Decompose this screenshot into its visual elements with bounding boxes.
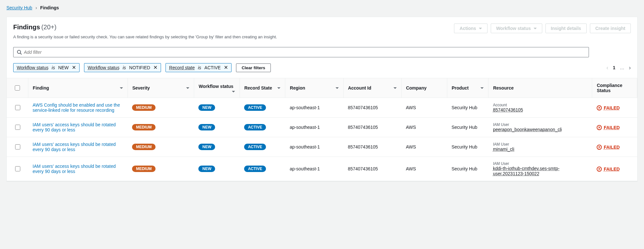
insight-details-button[interactable]: Insight details [545,24,587,33]
compliance-status[interactable]: ✕FAILED [597,145,620,150]
row-checkbox[interactable] [15,166,20,171]
col-product[interactable]: Product [447,78,488,98]
col-finding[interactable]: Finding [28,78,128,98]
chip-op: is [123,65,126,70]
filter-chip[interactable]: Record state is ACTIVE✕ [166,63,232,72]
resource-value[interactable]: 857407436105 [493,107,523,112]
finding-link[interactable]: AWS Config should be enabled and use the… [33,102,120,113]
sort-icon [277,87,280,89]
create-insight-button[interactable]: Create insight [590,24,631,33]
page-title: Findings [13,24,40,31]
region-cell: ap-southeast-1 [285,98,343,118]
fail-icon: ✕ [597,167,602,172]
chip-label: Workflow status [17,65,49,70]
filter-input-wrap[interactable] [13,47,589,57]
finding-link[interactable]: IAM users' access keys should be rotated… [33,142,116,152]
record-state-badge: ACTIVE [244,144,266,150]
fail-icon: ✕ [597,145,602,150]
company-cell: AWS [401,137,447,157]
clear-filters-button[interactable]: Clear filters [236,63,270,72]
chip-op: is [52,65,55,70]
record-state-badge: ACTIVE [244,104,266,111]
pager-page[interactable]: 1 [613,65,615,70]
breadcrumb-root[interactable]: Security Hub [6,5,32,10]
workflow-badge: NEW [198,166,215,172]
row-checkbox[interactable] [15,105,20,110]
product-cell: Security Hub [447,157,488,181]
actions-button[interactable]: Actions [454,24,487,33]
create-insight-button-label: Create insight [595,26,625,31]
col-resource[interactable]: Resource [488,78,592,98]
findings-count: (20+) [41,24,56,31]
resource-value[interactable]: minami_cli [493,147,514,152]
resource-value[interactable]: peerapon_boonkaweenapanon_cli [493,127,562,132]
row-checkbox[interactable] [15,144,20,149]
resource-value[interactable]: kddi-th-iothub-cmthdev.ses-smtp-user.202… [493,166,560,176]
pager: ‹ 1 … › [606,65,631,71]
resource-type: IAM User [493,142,588,147]
workflow-status-button[interactable]: Workflow status [491,24,542,33]
filter-chip[interactable]: Workflow status is NOTIFIED✕ [84,63,161,72]
finding-link[interactable]: IAM users' access keys should be rotated… [33,122,116,132]
compliance-status[interactable]: ✕FAILED [597,105,620,110]
caret-down-icon [479,28,482,29]
sort-icon [120,87,123,89]
resource-type: Account [493,103,588,107]
col-severity[interactable]: Severity [128,78,194,98]
sort-icon [186,87,189,89]
close-icon[interactable]: ✕ [224,65,228,70]
resource-cell: IAM Userpeerapon_boonkaweenapanon_cli [488,118,592,137]
product-cell: Security Hub [447,137,488,157]
severity-badge: MEDIUM [132,124,156,130]
col-record-state[interactable]: Record State [240,78,285,98]
workflow-badge: NEW [198,144,215,150]
workflow-status-button-label: Workflow status [496,26,531,31]
workflow-badge: NEW [198,124,215,130]
actions-button-label: Actions [459,26,476,31]
col-account-id[interactable]: Account Id [343,78,401,98]
resource-cell: Account857407436105 [488,98,592,118]
record-state-badge: ACTIVE [244,124,266,130]
filter-chip[interactable]: Workflow status is NEW✕ [13,63,80,72]
compliance-status[interactable]: ✕FAILED [597,167,620,172]
svg-point-0 [17,50,21,53]
chip-label: Record state [169,65,194,70]
col-workflow[interactable]: Workflow status [194,78,240,98]
record-state-badge: ACTIVE [244,166,266,172]
col-company[interactable]: Company [401,78,447,98]
region-cell: ap-southeast-1 [285,157,343,181]
chip-label: Workflow status [88,65,119,70]
select-all-checkbox[interactable] [15,85,20,91]
region-cell: ap-southeast-1 [285,137,343,157]
fail-icon: ✕ [597,105,602,110]
product-cell: Security Hub [447,98,488,118]
close-icon[interactable]: ✕ [72,65,76,70]
table-row: IAM users' access keys should be rotated… [7,137,637,157]
product-cell: Security Hub [447,118,488,137]
col-compliance[interactable]: Compliance Status [592,78,637,98]
filter-input[interactable] [23,49,585,55]
compliance-status[interactable]: ✕FAILED [597,125,620,130]
findings-panel: Findings (20+) Actions Workflow status I… [6,17,638,181]
finding-link[interactable]: IAM users' access keys should be rotated… [33,164,116,174]
close-icon[interactable]: ✕ [153,65,157,70]
resource-cell: IAM Userminami_cli [488,137,592,157]
severity-badge: MEDIUM [132,166,156,172]
sort-icon [480,87,484,89]
severity-badge: MEDIUM [132,144,156,150]
workflow-badge: NEW [198,104,215,111]
chevron-right-icon: › [35,5,37,10]
resource-type: IAM User [493,161,588,166]
pager-prev[interactable]: ‹ [606,65,608,71]
chip-value: ACTIVE [204,65,221,70]
account-cell: 857407436105 [343,157,401,181]
row-checkbox[interactable] [15,125,20,130]
pager-next[interactable]: › [629,65,631,71]
chip-value: NOTIFIED [129,65,150,70]
resource-cell: IAM Userkddi-th-iothub-cmthdev.ses-smtp-… [488,157,592,181]
table-row: IAM users' access keys should be rotated… [7,118,637,137]
col-region[interactable]: Region [285,78,343,98]
pager-ellipsis: … [620,65,624,70]
fail-icon: ✕ [597,125,602,130]
sort-icon [393,87,397,89]
